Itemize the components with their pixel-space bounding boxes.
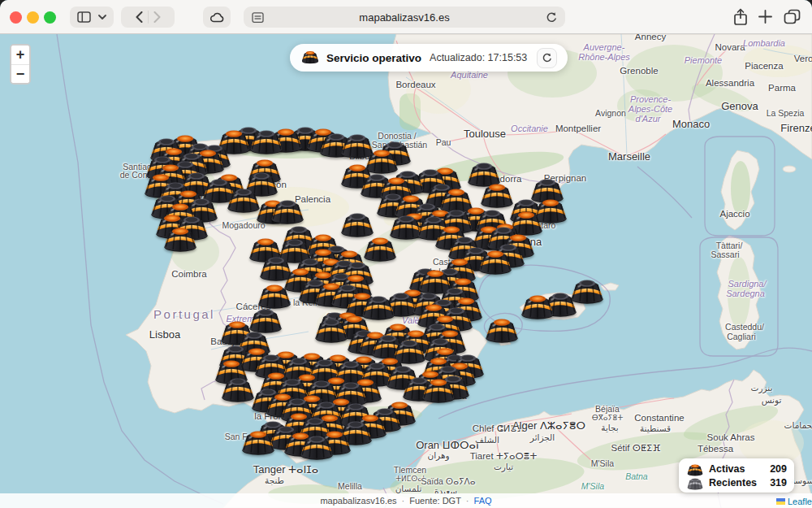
zoom-out-button[interactable]: −: [11, 64, 29, 83]
sidebar-icon: [77, 11, 91, 23]
legend-row-active: Activas 209: [686, 462, 787, 475]
ukraine-flag-icon: [776, 498, 785, 505]
legend-value: 319: [770, 477, 787, 488]
forward-button[interactable]: [153, 11, 161, 23]
beacon-marker[interactable]: [162, 222, 199, 253]
refresh-icon: [542, 53, 552, 63]
legend-label: Recientes: [709, 477, 757, 488]
fullscreen-button[interactable]: [44, 11, 56, 24]
browser-toolbar: mapabalizasv16.es: [0, 0, 812, 34]
beacon-marker[interactable]: [483, 313, 520, 344]
status-label: Servicio operativo: [326, 52, 421, 64]
beacon-marker[interactable]: [240, 425, 277, 456]
status-pill: Servicio operativo Actualizado: 17:15:53: [290, 44, 568, 72]
traffic-lights: [10, 11, 56, 24]
legend-value: 209: [770, 463, 787, 475]
basemap: [0, 0, 812, 508]
legend-row-recent: Recientes 319: [686, 475, 787, 489]
beacon-marker[interactable]: [477, 245, 514, 276]
separator: ·: [466, 496, 469, 506]
separator: ·: [402, 496, 405, 506]
map-canvas[interactable]: BordeauxAquitaineToulouseOccitaniePauMon…: [0, 0, 812, 508]
beacon-marker[interactable]: [298, 430, 335, 461]
beacon-marker[interactable]: [248, 124, 285, 155]
beacon-recent-icon: [686, 475, 704, 490]
browser-window: BordeauxAquitaineToulouseOccitaniePauMon…: [0, 0, 812, 508]
beacon-marker[interactable]: [519, 289, 556, 320]
nav-buttons: [121, 7, 175, 28]
cloud-button[interactable]: [203, 7, 231, 28]
attribution-footer: mapabalizasv16.es · Fuente: DGT · FAQ Le…: [0, 493, 812, 508]
refresh-button[interactable]: [537, 48, 557, 68]
beacon-marker[interactable]: [420, 373, 457, 404]
back-button[interactable]: [136, 11, 143, 23]
share-button[interactable]: [732, 7, 749, 27]
reload-button[interactable]: [546, 11, 557, 24]
url-text: mapabalizasv16.es: [244, 11, 565, 24]
page-settings-icon[interactable]: [252, 11, 264, 24]
legend-label: Activas: [709, 463, 745, 475]
sidebar-toggle-button[interactable]: [70, 7, 114, 28]
site-label: mapabalizasv16.es: [320, 496, 396, 506]
leaflet-attribution: Leaflet: [776, 497, 812, 506]
address-bar[interactable]: mapabalizasv16.es: [244, 7, 565, 28]
faq-link[interactable]: FAQ: [474, 496, 492, 506]
chevron-down-icon: [98, 15, 106, 20]
close-button[interactable]: [10, 11, 22, 24]
legend: Activas 209 Recientes 319: [679, 458, 794, 493]
cloud-icon: [209, 11, 225, 23]
tabs-overview-button[interactable]: [784, 9, 801, 25]
minimize-button[interactable]: [27, 11, 39, 24]
updated-label: Actualizado: 17:15:53: [430, 52, 527, 63]
source-label: Fuente: DGT: [409, 496, 461, 506]
zoom-control: + −: [10, 44, 31, 85]
beacon-active-icon: [686, 462, 704, 476]
new-tab-button[interactable]: [758, 10, 772, 24]
leaflet-link[interactable]: Leaflet: [788, 497, 812, 506]
zoom-in-button[interactable]: +: [11, 46, 29, 64]
beacon-icon: [300, 48, 320, 67]
